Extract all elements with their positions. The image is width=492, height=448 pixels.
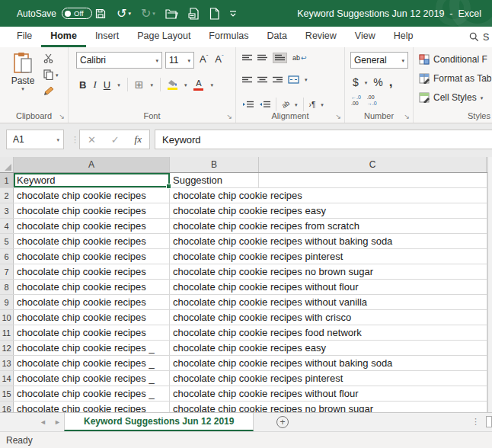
align-left-button[interactable]	[242, 76, 252, 84]
search-button[interactable]: S	[469, 27, 492, 47]
chevron-down-icon[interactable]: ▾	[184, 82, 187, 88]
cell-B10[interactable]: chocolate chip cookie recipes with crisc…	[170, 310, 259, 325]
bold-button[interactable]: B	[79, 79, 86, 91]
tab-file[interactable]: File	[8, 27, 41, 47]
column-header-B[interactable]: B	[170, 157, 259, 172]
row-header-7[interactable]: 7	[0, 264, 14, 279]
cell-B15[interactable]: chocolate chip cookie recipes without fl…	[170, 386, 259, 401]
new-file-button[interactable]	[209, 8, 219, 20]
cell-A2[interactable]: chocolate chip cookie recipes	[14, 188, 170, 203]
tab-data[interactable]: Data	[257, 27, 296, 47]
text-direction-button[interactable]: ›¶	[309, 101, 316, 109]
dialog-launcher-icon[interactable]: ↘	[59, 113, 65, 120]
increase-decimal-button[interactable]: ←.0.00	[351, 94, 361, 107]
comma-style-button[interactable]: ,	[389, 75, 393, 90]
row-header-5[interactable]: 5	[0, 234, 14, 248]
cell-A4[interactable]: chocolate chip cookie recipes	[14, 219, 170, 233]
chevron-down-icon[interactable]: ▾	[321, 102, 324, 107]
row-header-15[interactable]: 15	[0, 386, 14, 401]
accounting-format-button[interactable]: $	[353, 76, 359, 88]
tab-review[interactable]: Review	[296, 27, 346, 47]
row-header-2[interactable]: 2	[0, 188, 14, 203]
row-header-4[interactable]: 4	[0, 219, 14, 233]
column-header-C[interactable]: C	[259, 157, 487, 172]
font-name-select[interactable]: Calibri ▾	[76, 52, 162, 69]
number-format-select[interactable]: General ▾	[350, 52, 408, 69]
dialog-launcher-icon[interactable]: ↘	[335, 113, 341, 120]
column-header-A[interactable]: A	[14, 157, 170, 172]
percent-style-button[interactable]: %	[373, 76, 382, 88]
horizontal-scrollbar[interactable]	[486, 416, 492, 427]
new-sheet-button[interactable]: +	[276, 416, 289, 428]
tab-page-layout[interactable]: Page Layout	[128, 27, 200, 47]
enter-icon[interactable]: ✓	[111, 134, 120, 146]
cell-B5[interactable]: chocolate chip cookie recipes without ba…	[170, 234, 259, 248]
formula-input[interactable]: Keyword	[155, 130, 492, 149]
font-size-select[interactable]: 11 ▾	[165, 52, 194, 69]
cell-B16[interactable]: chocolate chip cookie recipes no brown s…	[170, 402, 259, 412]
cell-A16[interactable]: chocolate chip cookie recipes _	[14, 402, 170, 412]
row-header-10[interactable]: 10	[0, 310, 14, 325]
chevron-down-icon[interactable]: ▾	[117, 82, 120, 88]
cell-A12[interactable]: chocolate chip cookie recipes _	[14, 341, 170, 355]
name-box-resizer[interactable]: ⋮	[71, 130, 79, 149]
align-bottom-button[interactable]	[273, 53, 287, 63]
borders-button[interactable]: ⊞	[135, 78, 144, 91]
cell-A10[interactable]: chocolate chip cookie recipes	[14, 310, 170, 325]
paste-button[interactable]: Paste ▾	[6, 52, 40, 91]
redo-button[interactable]: ↻ ▾	[141, 8, 155, 20]
tab-home[interactable]: Home	[41, 27, 86, 47]
increase-indent-button[interactable]	[259, 101, 270, 108]
cell-A14[interactable]: chocolate chip cookie recipes _	[14, 371, 170, 386]
chevron-down-icon[interactable]: ▾	[56, 137, 59, 142]
cell-B1[interactable]: Suggestion	[170, 173, 259, 187]
sheet-bar-options-icon[interactable]: ⋮	[471, 413, 480, 430]
cell-B8[interactable]: chocolate chip cookie recipes without fl…	[170, 280, 259, 294]
align-top-button[interactable]	[242, 54, 252, 62]
row-header-14[interactable]: 14	[0, 371, 14, 386]
increase-font-size-button[interactable]: Aˆ	[200, 53, 208, 65]
name-box[interactable]: A1 ▾	[6, 130, 64, 149]
cell-B9[interactable]: chocolate chip cookie recipes without va…	[170, 295, 259, 309]
cell-B14[interactable]: chocolate chip cookie recipes pinterest	[170, 371, 259, 386]
row-header-13[interactable]: 13	[0, 356, 14, 370]
cell-A9[interactable]: chocolate chip cookie recipes	[14, 295, 170, 309]
row-header-12[interactable]: 12	[0, 341, 14, 355]
chevron-down-icon[interactable]: ▾	[295, 102, 298, 107]
insert-function-icon[interactable]: fx	[135, 133, 142, 146]
row-header-6[interactable]: 6	[0, 249, 14, 264]
row-header-9[interactable]: 9	[0, 295, 14, 309]
cell-A11[interactable]: chocolate chip cookie recipes	[14, 325, 170, 340]
autosave-switch[interactable]: Off	[62, 8, 92, 19]
row-header-16[interactable]: 16	[0, 402, 14, 412]
chevron-down-icon[interactable]: ▾	[210, 82, 213, 88]
cell-B2[interactable]: chocolate chip cookie recipes	[170, 188, 259, 203]
cut-button[interactable]	[43, 53, 54, 63]
cell-A5[interactable]: chocolate chip cookie recipes	[14, 234, 170, 248]
chevron-down-icon[interactable]: ▾	[150, 82, 153, 88]
chevron-down-icon[interactable]: ▾	[128, 11, 131, 16]
row-header-1[interactable]: 1	[0, 173, 14, 187]
cancel-icon[interactable]: ✕	[88, 134, 96, 146]
cell-A8[interactable]: chocolate chip cookie recipes	[14, 280, 170, 294]
cell-B11[interactable]: chocolate chip cookie recipes food netwo…	[170, 325, 259, 340]
previous-sheet-icon[interactable]: ◄	[40, 418, 46, 426]
tab-view[interactable]: View	[346, 27, 385, 47]
decrease-indent-button[interactable]	[242, 101, 254, 108]
underline-button[interactable]: U	[104, 79, 110, 91]
wrap-text-button[interactable]: ab↩	[292, 54, 307, 62]
italic-button[interactable]: I	[93, 78, 96, 91]
row-header-11[interactable]: 11	[0, 325, 14, 340]
cell-B12[interactable]: chocolate chip cookie recipes easy	[170, 341, 259, 355]
format-as-table-button[interactable]: Format as Tab	[419, 73, 491, 84]
tab-formulas[interactable]: Formulas	[200, 27, 257, 47]
row-header-8[interactable]: 8	[0, 280, 14, 294]
cell-B6[interactable]: chocolate chip cookie recipes pinterest	[170, 249, 259, 264]
sheet-tab-active[interactable]: Keyword Suggestions Jun 12 2019	[64, 413, 254, 431]
cell-B13[interactable]: chocolate chip cookie recipes without ba…	[170, 356, 259, 370]
align-center-button[interactable]	[257, 76, 267, 84]
cell-A3[interactable]: chocolate chip cookie recipes	[14, 203, 170, 218]
undo-button[interactable]: ↺ ▾	[117, 8, 131, 20]
chevron-down-icon[interactable]: ▾	[365, 80, 368, 85]
tab-insert[interactable]: Insert	[86, 27, 128, 47]
